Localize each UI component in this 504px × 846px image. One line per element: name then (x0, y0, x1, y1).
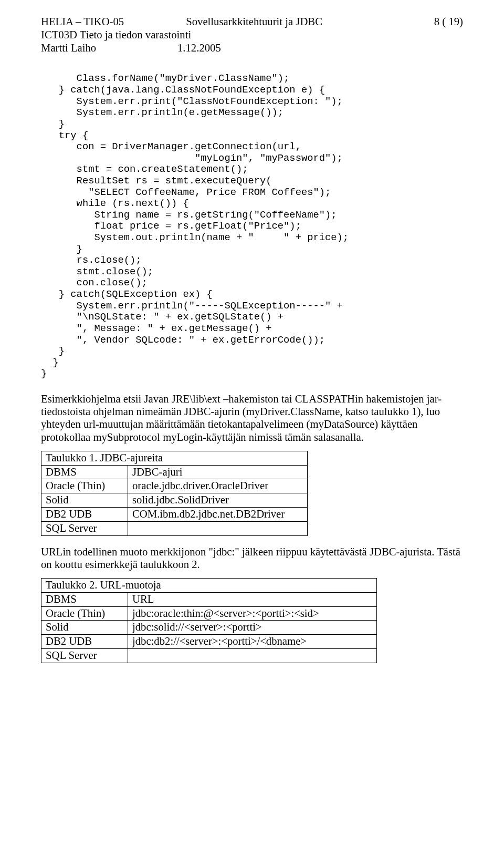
page-header-sub: ICT03D Tieto ja tiedon varastointi Martt… (41, 28, 463, 55)
header-page-number: 8 ( 19) (434, 16, 463, 28)
table1-r0-c0: DBMS (41, 465, 128, 479)
table-row: SQL Server (41, 649, 377, 663)
table1-r3-c1: COM.ibm.db2.jdbc.net.DB2Driver (128, 508, 308, 522)
table-row: DBMS JDBC-ajuri (41, 465, 308, 479)
table1-r1-c1: oracle.jdbc.driver.OracleDriver (128, 479, 308, 493)
table2-r3-c1: jdbc:db2://<server>:<portti>/<dbname> (128, 635, 377, 649)
table1-r3-c0: DB2 UDB (41, 508, 128, 522)
table-row: SQL Server (41, 521, 308, 535)
table2-r1-c0: Oracle (Thin) (41, 606, 128, 621)
table1-r0-c1: JDBC-ajuri (128, 465, 308, 479)
table1-r2-c0: Solid (41, 493, 128, 508)
header-center: Sovellusarkkitehtuurit ja JDBC (124, 16, 434, 28)
header-course-line: ICT03D Tieto ja tiedon varastointi (41, 28, 463, 42)
table1-r4-c0: SQL Server (41, 521, 128, 535)
table-row: Oracle (Thin) jdbc:oracle:thin:@<server>… (41, 606, 377, 621)
table1-r4-c1 (128, 521, 308, 535)
page: HELIA – TIKO-05 Sovellusarkkitehtuurit j… (0, 0, 504, 694)
paragraph-description-1: Esimerkkiohjelma etsii Javan JRE\lib\ext… (41, 393, 463, 443)
code-listing: Class.forName("myDriver.ClassName"); } c… (41, 73, 463, 379)
table2-caption: Taulukko 2. URL-muotoja (41, 579, 377, 593)
table2-r1-c1: jdbc:oracle:thin:@<server>:<portti>:<sid… (128, 606, 377, 621)
table2-r0-c1: URL (128, 592, 377, 606)
table-row: DBMS URL (41, 592, 377, 606)
table-url-formats: Taulukko 2. URL-muotoja DBMS URL Oracle … (41, 578, 377, 663)
table1-caption: Taulukko 1. JDBC-ajureita (41, 451, 308, 465)
table-jdbc-drivers: Taulukko 1. JDBC-ajureita DBMS JDBC-ajur… (41, 451, 308, 536)
header-date: 1.12.2005 (177, 42, 221, 55)
table-row: Solid jdbc:solid://<server>:<portti> (41, 621, 377, 635)
table-row: DB2 UDB jdbc:db2://<server>:<portti>/<db… (41, 635, 377, 649)
header-left: HELIA – TIKO-05 (41, 16, 124, 28)
table2-r0-c0: DBMS (41, 592, 128, 606)
table2-r2-c0: Solid (41, 621, 128, 635)
paragraph-description-2: URLin todellinen muoto merkkijonon "jdbc… (41, 545, 463, 571)
table-row: DB2 UDB COM.ibm.db2.jdbc.net.DB2Driver (41, 508, 308, 522)
page-header-row1: HELIA – TIKO-05 Sovellusarkkitehtuurit j… (41, 16, 463, 28)
table-row: Solid solid.jdbc.SolidDriver (41, 493, 308, 508)
table-row: Oracle (Thin) oracle.jdbc.driver.OracleD… (41, 479, 308, 493)
header-author: Martti Laiho (41, 42, 177, 55)
table1-r1-c0: Oracle (Thin) (41, 479, 128, 493)
table2-r2-c1: jdbc:solid://<server>:<portti> (128, 621, 377, 635)
table2-r4-c0: SQL Server (41, 649, 128, 663)
table2-r3-c0: DB2 UDB (41, 635, 128, 649)
table1-r2-c1: solid.jdbc.SolidDriver (128, 493, 308, 508)
table2-r4-c1 (128, 649, 377, 663)
